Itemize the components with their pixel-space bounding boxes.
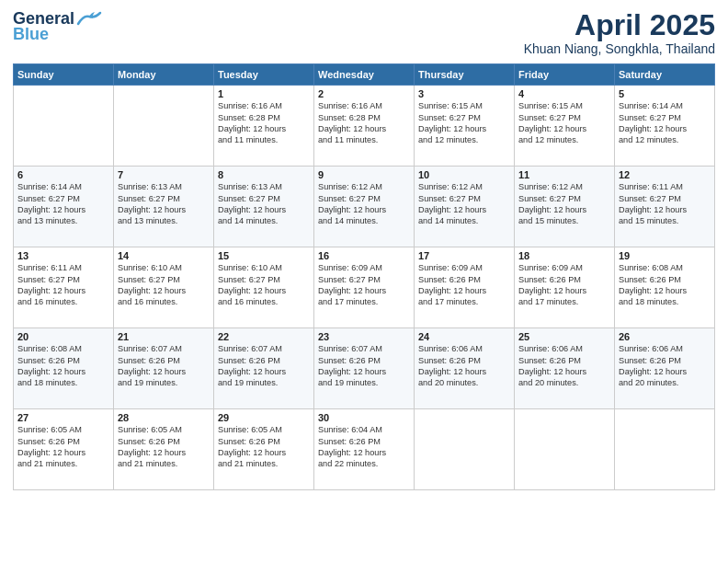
day-info-line: and 22 minutes.	[318, 458, 410, 469]
day-info-line: Daylight: 12 hours	[318, 285, 410, 296]
day-info-line: Sunset: 6:27 PM	[418, 193, 510, 204]
day-info: Sunrise: 6:04 AMSunset: 6:26 PMDaylight:…	[318, 424, 410, 470]
calendar-cell	[114, 86, 214, 167]
day-info: Sunrise: 6:15 AMSunset: 6:27 PMDaylight:…	[518, 100, 610, 146]
day-info-line: Daylight: 12 hours	[318, 366, 410, 377]
day-number: 15	[218, 250, 310, 261]
day-info-line: and 12 minutes.	[518, 134, 610, 145]
day-info-line: Daylight: 12 hours	[418, 123, 510, 134]
day-info-line: Daylight: 12 hours	[118, 204, 210, 215]
day-number: 19	[619, 250, 711, 261]
day-info-line: Sunrise: 6:09 AM	[318, 262, 410, 273]
calendar-cell: 6Sunrise: 6:14 AMSunset: 6:27 PMDaylight…	[14, 167, 114, 247]
day-info-line: Sunset: 6:26 PM	[17, 355, 109, 366]
day-info-line: Daylight: 12 hours	[17, 285, 109, 296]
calendar-cell: 15Sunrise: 6:10 AMSunset: 6:27 PMDayligh…	[214, 247, 314, 328]
day-info-line: Sunset: 6:27 PM	[418, 112, 510, 123]
day-number: 28	[118, 412, 210, 423]
day-number: 23	[318, 331, 410, 342]
calendar-week-3: 13Sunrise: 6:11 AMSunset: 6:27 PMDayligh…	[14, 247, 715, 328]
calendar-table: Sunday Monday Tuesday Wednesday Thursday…	[13, 63, 715, 490]
day-info: Sunrise: 6:11 AMSunset: 6:27 PMDaylight:…	[17, 262, 109, 308]
day-info-line: and 12 minutes.	[418, 134, 510, 145]
day-info-line: Sunset: 6:26 PM	[418, 355, 510, 366]
calendar-cell: 8Sunrise: 6:13 AMSunset: 6:27 PMDaylight…	[214, 167, 314, 247]
day-info: Sunrise: 6:09 AMSunset: 6:26 PMDaylight:…	[518, 262, 610, 308]
day-info-line: Sunset: 6:26 PM	[118, 355, 210, 366]
day-number: 6	[17, 169, 109, 180]
day-info: Sunrise: 6:12 AMSunset: 6:27 PMDaylight:…	[518, 181, 610, 227]
day-info-line: and 13 minutes.	[17, 215, 109, 226]
day-number: 29	[218, 412, 310, 423]
day-info-line: Daylight: 12 hours	[17, 447, 109, 458]
calendar-cell: 3Sunrise: 6:15 AMSunset: 6:27 PMDaylight…	[415, 86, 515, 167]
day-info: Sunrise: 6:12 AMSunset: 6:27 PMDaylight:…	[418, 181, 510, 227]
day-info: Sunrise: 6:09 AMSunset: 6:26 PMDaylight:…	[418, 262, 510, 308]
day-info: Sunrise: 6:05 AMSunset: 6:26 PMDaylight:…	[17, 424, 109, 470]
day-info-line: Sunrise: 6:12 AM	[518, 181, 610, 192]
day-info-line: Sunrise: 6:13 AM	[218, 181, 310, 192]
day-info-line: Sunset: 6:26 PM	[619, 355, 711, 366]
day-info-line: Sunset: 6:27 PM	[118, 274, 210, 285]
day-info-line: and 17 minutes.	[318, 296, 410, 307]
calendar-cell: 1Sunrise: 6:16 AMSunset: 6:28 PMDaylight…	[214, 86, 314, 167]
day-info: Sunrise: 6:14 AMSunset: 6:27 PMDaylight:…	[619, 100, 711, 146]
day-info: Sunrise: 6:14 AMSunset: 6:27 PMDaylight:…	[17, 181, 109, 227]
day-info-line: Sunset: 6:28 PM	[318, 112, 410, 123]
day-number: 8	[218, 169, 310, 180]
calendar-cell	[415, 409, 515, 490]
day-info-line: Sunset: 6:26 PM	[218, 436, 310, 447]
day-info-line: Sunset: 6:26 PM	[418, 274, 510, 285]
day-info-line: Sunrise: 6:11 AM	[619, 181, 711, 192]
day-info-line: and 14 minutes.	[218, 215, 310, 226]
day-info-line: Daylight: 12 hours	[619, 285, 711, 296]
day-info-line: Sunset: 6:26 PM	[118, 436, 210, 447]
day-info-line: Sunrise: 6:14 AM	[619, 100, 711, 111]
day-info: Sunrise: 6:07 AMSunset: 6:26 PMDaylight:…	[118, 343, 210, 389]
day-info-line: and 16 minutes.	[17, 296, 109, 307]
day-info-line: and 17 minutes.	[518, 296, 610, 307]
day-info-line: Sunrise: 6:09 AM	[418, 262, 510, 273]
day-info-line: Sunset: 6:27 PM	[619, 193, 711, 204]
col-friday: Friday	[515, 64, 615, 86]
calendar-cell	[14, 86, 114, 167]
day-info-line: and 11 minutes.	[218, 134, 310, 145]
day-info-line: Daylight: 12 hours	[318, 447, 410, 458]
calendar-cell: 30Sunrise: 6:04 AMSunset: 6:26 PMDayligh…	[314, 409, 415, 490]
day-number: 17	[418, 250, 510, 261]
day-info: Sunrise: 6:11 AMSunset: 6:27 PMDaylight:…	[619, 181, 711, 227]
calendar-cell	[615, 409, 715, 490]
day-info-line: Daylight: 12 hours	[418, 366, 510, 377]
calendar-cell: 24Sunrise: 6:06 AMSunset: 6:26 PMDayligh…	[415, 328, 515, 409]
day-number: 16	[318, 250, 410, 261]
day-info-line: Sunset: 6:26 PM	[218, 355, 310, 366]
calendar-cell: 10Sunrise: 6:12 AMSunset: 6:27 PMDayligh…	[415, 167, 515, 247]
col-sunday: Sunday	[14, 64, 114, 86]
day-info-line: Sunset: 6:27 PM	[518, 193, 610, 204]
calendar-week-2: 6Sunrise: 6:14 AMSunset: 6:27 PMDaylight…	[14, 167, 715, 247]
day-info-line: Daylight: 12 hours	[218, 204, 310, 215]
day-info-line: and 19 minutes.	[118, 377, 210, 388]
day-info-line: Daylight: 12 hours	[619, 204, 711, 215]
day-number: 3	[418, 88, 510, 99]
calendar-cell: 29Sunrise: 6:05 AMSunset: 6:26 PMDayligh…	[214, 409, 314, 490]
calendar-cell: 26Sunrise: 6:06 AMSunset: 6:26 PMDayligh…	[615, 328, 715, 409]
day-info: Sunrise: 6:09 AMSunset: 6:27 PMDaylight:…	[318, 262, 410, 308]
day-info-line: Sunrise: 6:07 AM	[118, 343, 210, 354]
day-info-line: Sunset: 6:26 PM	[318, 355, 410, 366]
day-info-line: Sunrise: 6:08 AM	[17, 343, 109, 354]
day-number: 12	[619, 169, 711, 180]
day-info-line: Sunrise: 6:07 AM	[318, 343, 410, 354]
month-title: April 2025	[524, 9, 715, 41]
day-info-line: Sunrise: 6:06 AM	[518, 343, 610, 354]
day-number: 5	[619, 88, 711, 99]
day-info-line: and 13 minutes.	[118, 215, 210, 226]
day-info-line: Sunrise: 6:16 AM	[318, 100, 410, 111]
day-number: 30	[318, 412, 410, 423]
day-info-line: and 21 minutes.	[17, 458, 109, 469]
calendar-cell: 12Sunrise: 6:11 AMSunset: 6:27 PMDayligh…	[615, 167, 715, 247]
day-number: 26	[619, 331, 711, 342]
calendar-cell: 9Sunrise: 6:12 AMSunset: 6:27 PMDaylight…	[314, 167, 415, 247]
day-info: Sunrise: 6:07 AMSunset: 6:26 PMDaylight:…	[218, 343, 310, 389]
col-wednesday: Wednesday	[314, 64, 415, 86]
